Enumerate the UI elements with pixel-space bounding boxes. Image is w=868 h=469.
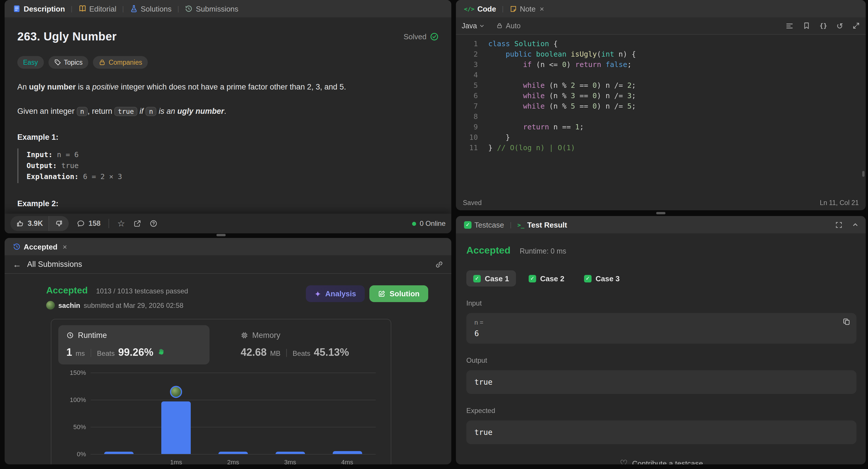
- x-tick-label: 4ms: [341, 459, 353, 464]
- y-tick-label: 100%: [58, 396, 86, 403]
- runtime-bar[interactable]: [104, 452, 134, 454]
- expected-box[interactable]: true: [466, 420, 857, 444]
- code-line: 10 }: [456, 132, 866, 143]
- description-icon: [13, 5, 21, 13]
- format-code-icon[interactable]: [785, 22, 794, 30]
- example-2-label: Example 2:: [17, 200, 439, 208]
- heart-icon: ♡: [620, 458, 628, 464]
- fullscreen-icon[interactable]: [835, 221, 843, 229]
- tab-submissions[interactable]: Submissions: [184, 4, 240, 13]
- runtime-bar[interactable]: [276, 452, 305, 454]
- code-line: 4: [456, 70, 866, 80]
- close-icon[interactable]: ×: [63, 242, 67, 251]
- horizontal-resize-handle-right[interactable]: [656, 212, 665, 214]
- expand-icon[interactable]: [852, 22, 860, 29]
- input-label: Input: [466, 299, 857, 307]
- output-box[interactable]: true: [466, 370, 857, 394]
- code-line: 5 while (n % 2 == 0) n /= 2;: [456, 80, 866, 91]
- runtime-bar[interactable]: [218, 452, 248, 454]
- case-1-tab[interactable]: ✓ Case 1: [466, 270, 516, 287]
- tab-submissions-label: Submissions: [196, 4, 238, 13]
- thumbs-up-icon: [16, 219, 24, 228]
- favorite-button[interactable]: ☆: [118, 218, 125, 229]
- test-result-content: Accepted Runtime: 0 ms ✓ Case 1 ✓ Case 2…: [456, 233, 866, 464]
- auto-toggle[interactable]: Auto: [497, 22, 521, 30]
- link-icon[interactable]: [435, 260, 443, 268]
- tab-solutions[interactable]: Solutions: [128, 4, 173, 13]
- tab-description-label: Description: [24, 4, 65, 13]
- problem-tabbar: Description | Editorial | Solutions |: [5, 0, 451, 17]
- language-select[interactable]: Java: [462, 22, 485, 30]
- input-box[interactable]: n = 6: [466, 313, 857, 344]
- editor-scrollbar[interactable]: [862, 171, 865, 177]
- submission-status: Accepted: [46, 285, 88, 295]
- code-editor[interactable]: 1class Solution {2 public boolean isUgly…: [456, 35, 866, 195]
- x-tick-label: 3ms: [284, 459, 297, 464]
- difficulty-chip[interactable]: Easy: [17, 56, 43, 69]
- runtime-bar[interactable]: [333, 451, 362, 454]
- case-check-icon: ✓: [584, 275, 592, 282]
- case-2-tab[interactable]: ✓ Case 2: [522, 270, 571, 287]
- tab-description[interactable]: Description: [11, 4, 66, 13]
- memory-beats: 45.13%: [314, 347, 349, 359]
- expected-value: true: [474, 428, 848, 437]
- memory-metric[interactable]: Memory 42.68 MB Beats 45.13%: [232, 325, 384, 364]
- lock-small-icon: [497, 23, 503, 29]
- example-1-block: Input: n = 6 Output: true Explanation: 6…: [17, 148, 439, 183]
- help-button[interactable]: [149, 219, 157, 228]
- tab-test-result[interactable]: >_ Test Result: [516, 221, 568, 229]
- editor-tabbar: </> Code | Note ×: [456, 0, 866, 17]
- test-result-panel: ✓ Testcase | >_ Test Result Accepted Run…: [456, 216, 866, 464]
- runtime-distribution-card: Runtime 1 ms Beats 99.26%: [51, 319, 391, 464]
- memory-value: 42.68: [241, 347, 267, 359]
- runtime-bar[interactable]: [161, 402, 191, 454]
- history-icon: [13, 242, 21, 251]
- like-button[interactable]: 3.9K: [10, 216, 49, 231]
- chart-user-avatar: [170, 386, 182, 398]
- result-status: Accepted: [466, 245, 510, 257]
- tab-testcase[interactable]: ✓ Testcase: [463, 221, 505, 229]
- testcases-passed: 1013 / 1013 testcases passed: [96, 287, 188, 295]
- leetcode-workspace: Description | Editorial | Solutions |: [0, 0, 868, 469]
- runtime-distribution-chart[interactable]: 150%100%50%0%1ms2ms3ms4ms: [58, 373, 384, 464]
- contribute-testcase-link[interactable]: ♡ Contribute a testcase: [466, 458, 857, 464]
- comments-button[interactable]: 158: [77, 219, 101, 228]
- analysis-button[interactable]: ✦ Analysis: [306, 285, 365, 302]
- reset-icon[interactable]: ↺: [837, 21, 843, 30]
- share-icon: [133, 219, 141, 228]
- problem-title: 263. Ugly Number: [17, 30, 117, 43]
- clap-icon: [157, 348, 165, 356]
- example-1-label: Example 1:: [17, 133, 439, 142]
- back-arrow-icon[interactable]: ←: [13, 259, 21, 269]
- submission-panel: Accepted × ← All Submissions Accepted 10…: [5, 238, 451, 464]
- code-line: 8: [456, 112, 866, 122]
- gridline: [91, 400, 376, 400]
- runtime-metric[interactable]: Runtime 1 ms Beats 99.26%: [58, 325, 210, 364]
- case-3-tab[interactable]: ✓ Case 3: [577, 270, 627, 287]
- tab-editorial[interactable]: Editorial: [77, 4, 118, 13]
- tab-accepted-submission[interactable]: Accepted ×: [11, 242, 68, 251]
- companies-chip[interactable]: Companies: [93, 56, 148, 69]
- all-submissions-link[interactable]: All Submissions: [27, 260, 82, 269]
- tab-code[interactable]: </> Code: [463, 4, 497, 13]
- code-line: 2 public boolean isUgly(int n) {: [456, 49, 866, 59]
- close-icon[interactable]: ×: [539, 4, 544, 13]
- horizontal-resize-handle-left[interactable]: [216, 234, 226, 236]
- description-panel: Description | Editorial | Solutions |: [5, 0, 451, 233]
- tab-note[interactable]: Note ×: [508, 4, 545, 13]
- bookmark-icon[interactable]: [803, 22, 810, 29]
- editor-toolbar: Java Auto {} ↺: [456, 17, 866, 35]
- topics-chip[interactable]: Topics: [48, 56, 88, 69]
- braces-icon[interactable]: {}: [819, 22, 827, 29]
- code-editor-panel: </> Code | Note × Java: [456, 0, 866, 210]
- dislike-button[interactable]: [49, 216, 69, 231]
- submitted-at: submitted at Mar 29, 2026 02:58: [84, 301, 184, 309]
- solution-button[interactable]: Solution: [369, 285, 428, 302]
- username: sachin: [58, 301, 80, 309]
- collapse-icon[interactable]: [852, 221, 859, 228]
- saved-status: Saved: [463, 199, 482, 206]
- y-tick-label: 150%: [58, 369, 86, 376]
- copy-icon[interactable]: [843, 318, 851, 326]
- share-button[interactable]: [133, 219, 141, 228]
- expected-label: Expected: [466, 407, 857, 415]
